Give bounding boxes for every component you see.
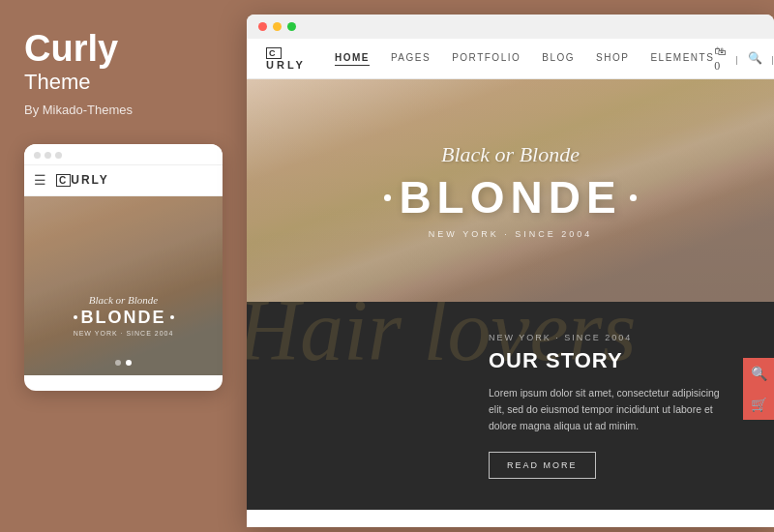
browser-hero: Black or Blonde BLONDE NEW YORK · SINCE … — [247, 79, 774, 302]
divider-2: | — [772, 53, 774, 65]
mobile-dots — [34, 152, 62, 159]
browser-nav: HOME PAGES PORTFOLIO BLOG SHOP ELEMENTS — [335, 52, 714, 66]
app-title: Curly Theme — [24, 29, 213, 95]
hero-headline: BLONDE — [399, 171, 621, 223]
story-content: NEW YORK · SINCE 2004 OUR STORY Lorem ip… — [247, 333, 774, 478]
browser-dot-green[interactable] — [287, 22, 296, 31]
mobile-dot-right — [170, 315, 174, 319]
mobile-dot-left — [74, 315, 77, 319]
browser-logo: CURLY — [266, 46, 306, 71]
mobile-nav: ☰ CURLY — [24, 165, 223, 196]
browser-nav-right: 🛍 0 | 🔍 | ☰ — [714, 44, 774, 74]
story-body: Lorem ipsum dolor sit amet, consectetur … — [489, 385, 726, 433]
hero-dot-left — [384, 194, 391, 201]
divider-1: | — [735, 53, 737, 65]
mobile-dot-1 — [34, 152, 41, 159]
hero-script: Black or Blonde — [441, 142, 580, 167]
search-icon[interactable]: 🔍 — [748, 51, 762, 66]
cart-icon[interactable]: 🛍 0 — [714, 44, 726, 74]
nav-portfolio[interactable]: PORTFOLIO — [452, 52, 521, 66]
mobile-mockup: ☰ CURLY Black or Blonde BLONDE NEW YORK … — [24, 144, 223, 391]
read-more-button[interactable]: READ MORE — [489, 452, 596, 479]
mobile-indicators — [24, 360, 223, 366]
mobile-dot-2 — [45, 152, 51, 159]
nav-home[interactable]: HOME — [335, 52, 370, 66]
hero-content: Black or Blonde BLONDE NEW YORK · SINCE … — [247, 79, 774, 302]
logo-c-box: C — [56, 174, 71, 187]
browser-dot-red[interactable] — [258, 22, 267, 31]
mobile-dot-3 — [55, 152, 62, 159]
hero-dot-right — [630, 194, 637, 201]
nav-elements[interactable]: ELEMENTS — [650, 52, 714, 66]
browser-logo-c: C — [266, 47, 282, 59]
mobile-logo: CURLY — [56, 173, 109, 187]
browser-top-bar — [247, 15, 774, 39]
browser-navbar: CURLY HOME PAGES PORTFOLIO BLOG SHOP ELE… — [247, 39, 774, 79]
nav-shop[interactable]: SHOP — [596, 52, 629, 66]
app-author: By Mikado-Themes — [24, 103, 213, 117]
mobile-indicator-2[interactable] — [126, 360, 132, 366]
nav-blog[interactable]: BLOG — [542, 52, 575, 66]
mobile-hero: Black or Blonde BLONDE NEW YORK · SINCE … — [24, 196, 223, 375]
mobile-since: NEW YORK · SINCE 2004 — [24, 330, 223, 337]
mobile-indicator-1[interactable] — [115, 360, 121, 366]
mobile-headline-row: BLONDE — [24, 308, 223, 328]
browser-story: Hair lovers NEW YORK · SINCE 2004 OUR ST… — [247, 302, 774, 510]
browser-dot-yellow[interactable] — [273, 22, 282, 31]
mobile-script: Black or Blonde — [24, 294, 223, 306]
story-location: NEW YORK · SINCE 2004 — [489, 333, 726, 342]
mobile-hero-overlay — [24, 196, 223, 375]
left-panel: Curly Theme By Mikado-Themes ☰ CURLY Bla… — [0, 0, 237, 532]
hero-since: NEW YORK · SINCE 2004 — [429, 229, 592, 239]
browser-mockup: CURLY HOME PAGES PORTFOLIO BLOG SHOP ELE… — [247, 15, 774, 527]
hamburger-icon[interactable]: ☰ — [34, 172, 46, 189]
mobile-top-bar — [24, 144, 223, 165]
nav-pages[interactable]: PAGES — [391, 52, 431, 66]
hero-headline-row: BLONDE — [384, 171, 636, 223]
story-title: OUR STORY — [489, 348, 726, 373]
mobile-headline: BLONDE — [81, 308, 166, 328]
mobile-hero-text: Black or Blonde BLONDE NEW YORK · SINCE … — [24, 294, 223, 337]
